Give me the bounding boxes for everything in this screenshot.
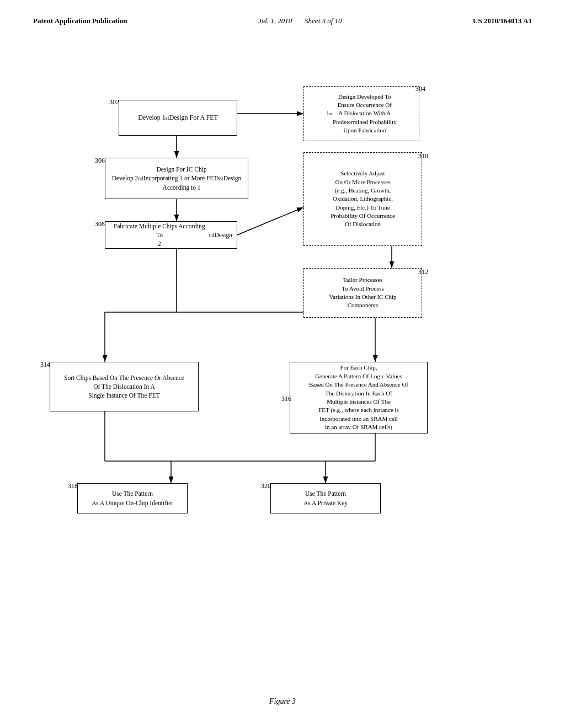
step-310: 310 xyxy=(418,152,428,160)
step-302: 302 xyxy=(109,98,119,106)
header-patent-number: US 2010/164013 A1 xyxy=(473,17,532,25)
header-publication-label: Patent Application Publication xyxy=(33,17,127,25)
header-date: Jul. 1, 2010 Sheet 3 of 10 xyxy=(258,17,342,25)
arrows-svg xyxy=(33,36,532,643)
page: Patent Application Publication Jul. 1, 2… xyxy=(0,0,565,728)
page-header: Patent Application Publication Jul. 1, 2… xyxy=(33,17,532,25)
step-306: 306 xyxy=(95,157,105,165)
box-310: Selectively Adjust On Or More Processes … xyxy=(303,152,422,246)
step-304: 304 xyxy=(415,85,425,93)
box-302: Develop 1st Design For A FET xyxy=(119,100,237,136)
figure-caption: Figure 3 xyxy=(0,697,565,706)
svg-line-13 xyxy=(237,207,303,235)
step-316: 316 xyxy=(281,395,291,403)
flowchart-diagram: Develop 1st Design For A FET 302 1st Des… xyxy=(33,36,532,643)
box-318: Use The Pattern As A Unique On-Chip Iden… xyxy=(77,483,188,513)
box-314: Sort Chips Based On The Presence Or Abse… xyxy=(50,362,199,411)
step-320: 320 xyxy=(261,482,271,490)
box-304: 1st Design Developed To Ensure Occurrenc… xyxy=(303,86,419,141)
step-312: 312 xyxy=(418,268,428,276)
step-314: 314 xyxy=(40,361,50,369)
box-312: Tailor Processes To Avoid Process Variat… xyxy=(303,268,422,318)
box-308: Fabricate Multiple Chips According To 2n… xyxy=(105,221,237,249)
step-308: 308 xyxy=(95,220,105,228)
box-320: Use The Pattern As A Private Key xyxy=(270,483,381,513)
step-318: 318 xyxy=(68,482,78,490)
box-316: For Each Chip, Generate A Pattern Of Log… xyxy=(290,362,428,433)
box-306: Develop 2nd Design For IC Chip Incorpora… xyxy=(105,158,248,199)
